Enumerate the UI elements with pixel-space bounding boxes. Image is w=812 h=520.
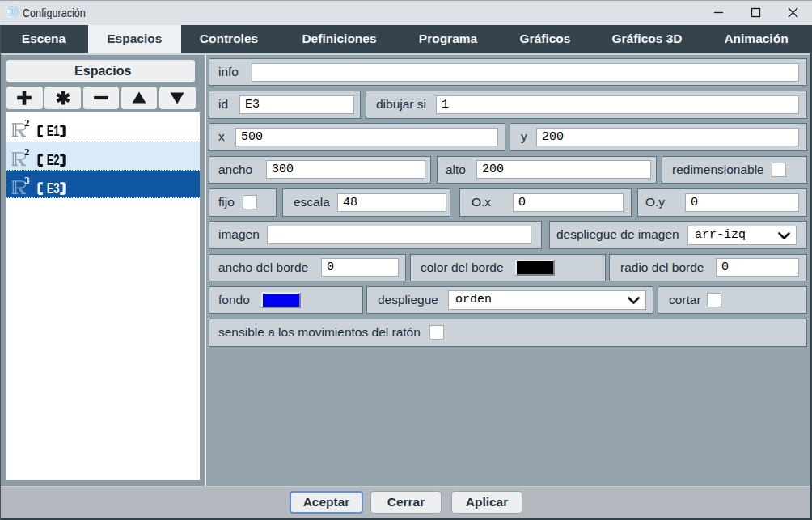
svg-text:E3: E3 (47, 180, 60, 197)
svg-text:E2: E2 (47, 152, 60, 168)
svg-text:3: 3 (24, 174, 29, 185)
svg-text:2: 2 (24, 146, 29, 157)
svg-text:2: 2 (24, 117, 29, 129)
svg-text:E1: E1 (47, 124, 60, 140)
